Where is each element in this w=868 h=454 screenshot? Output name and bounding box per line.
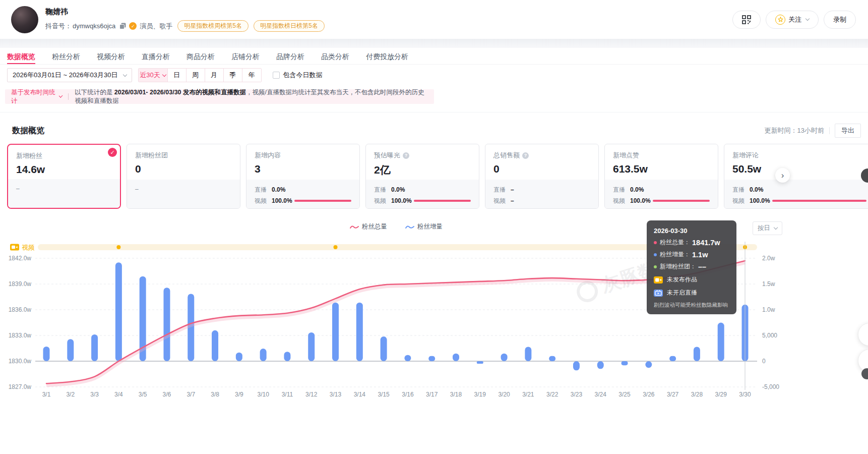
follow-label: 关注 (788, 15, 801, 24)
card-selected-check-icon: ✓ (108, 148, 117, 157)
bar-3/28 (694, 347, 700, 361)
card-value: 2亿 (374, 163, 471, 177)
qr-code-button[interactable] (732, 11, 761, 29)
include-today-checkbox[interactable] (273, 72, 280, 79)
no-live-label: 未开启直播 (667, 289, 697, 297)
period-日[interactable]: 日 (168, 69, 187, 82)
fans-total-line (46, 261, 745, 383)
card-value: 50.5w (732, 163, 866, 175)
tab-品牌分析[interactable]: 品牌分析 (276, 52, 304, 64)
quick-range-button[interactable]: 近30天 (139, 69, 168, 82)
cards-next-button[interactable]: › (775, 168, 790, 183)
tab-粉丝分析[interactable]: 粉丝分析 (52, 52, 80, 64)
stat-card-新增点赞[interactable]: 新增点赞613.5w直播0.0%视频100.0% (604, 144, 718, 209)
left-axis-tick: 1842.0w (9, 255, 32, 262)
divider (829, 127, 830, 134)
card-breakdown: 直播–视频– (485, 180, 598, 208)
avatar[interactable] (11, 6, 38, 33)
period-季[interactable]: 季 (224, 69, 242, 82)
card-label: 预估曝光? (374, 151, 471, 160)
card-label: 新增点赞 (613, 151, 710, 160)
tab-直播分析[interactable]: 直播分析 (142, 52, 170, 64)
tab-商品分析[interactable]: 商品分析 (187, 52, 215, 64)
bar-3/4 (115, 262, 122, 361)
period-年[interactable]: 年 (242, 69, 261, 82)
video-strip-label (10, 244, 19, 251)
card-dash: – (135, 184, 232, 193)
x-axis-tick: 3/2 (66, 391, 75, 398)
date-range-value: 2026年03月01日 ~ 2026年03月30日 (13, 71, 118, 80)
chart-tooltip: 2026-03-30 粉丝总量：1841.7w粉丝增量：1.1w新增粉丝团：––… (647, 220, 736, 314)
help-icon[interactable]: ? (403, 152, 409, 159)
tooltip-metric-row: 粉丝增量：1.1w (654, 250, 729, 259)
card-breakdown: – (127, 180, 240, 208)
copy-icon[interactable] (119, 23, 126, 29)
tab-数据概览[interactable]: 数据概览 (7, 52, 35, 64)
period-周[interactable]: 周 (187, 69, 205, 82)
chevron-down-icon (59, 94, 63, 98)
legend-item-粉丝增量[interactable]: 粉丝增量 (405, 222, 443, 231)
rank-badge-day: 明星指数榜日榜第5名 (254, 20, 325, 32)
x-axis-tick: 3/7 (187, 391, 195, 398)
bar-3/16 (404, 355, 411, 361)
card-breakdown-row: 视频100.0% (374, 196, 471, 206)
bar-3/3 (91, 334, 98, 361)
help-icon[interactable]: ? (522, 152, 529, 159)
export-button[interactable]: 导出 (835, 124, 861, 138)
x-axis-tick: 3/23 (571, 391, 583, 398)
x-axis-tick: 3/20 (498, 391, 510, 398)
douyin-id-label: 抖音号： (45, 22, 72, 31)
x-axis-tick: 3/9 (235, 391, 243, 398)
card-breakdown-row: 直播0.0% (255, 185, 351, 195)
card-dash: – (16, 183, 112, 192)
card-breakdown-row: 视频– (493, 196, 590, 206)
bar-3/20 (501, 354, 508, 361)
rank-badge-week: 明星指数榜周榜第5名 (177, 20, 249, 32)
stat-card-总销售额[interactable]: 总销售额?0直播–视频– (485, 144, 599, 209)
x-axis-tick: 3/29 (715, 391, 727, 398)
card-progress-bar (772, 200, 866, 202)
stat-card-新增内容[interactable]: 新增内容3直播0.0%视频100.0% (246, 144, 360, 209)
card-breakdown: 直播0.0%视频100.0% (246, 180, 359, 208)
x-axis-tick: 3/11 (282, 391, 293, 398)
stat-card-新增粉丝团[interactable]: 新增粉丝团0– (127, 144, 240, 209)
stat-card-新增评论[interactable]: 新增评论50.5w直播0.0%视频100.0% (724, 144, 868, 209)
left-axis-tick: 1836.0w (9, 306, 32, 313)
stat-card-新增粉丝[interactable]: 新增粉丝14.6w✓– (7, 144, 121, 209)
tab-付费投放分析[interactable]: 付费投放分析 (366, 52, 408, 64)
x-axis-tick: 3/21 (522, 391, 534, 398)
x-axis-tick: 3/1 (42, 391, 51, 398)
x-axis-tick: 3/24 (595, 391, 607, 398)
stat-card-预估曝光[interactable]: 预估曝光?2亿直播0.0%视频100.0% (365, 144, 479, 209)
bar-3/19 (477, 361, 483, 364)
period-月[interactable]: 月 (205, 69, 224, 82)
period-segmented-control: 近30天 日周月季年 (138, 68, 262, 82)
follow-button[interactable]: 关注 (766, 11, 819, 29)
x-axis-tick: 3/18 (450, 391, 462, 398)
bar-3/1 (43, 347, 50, 361)
tab-视频分析[interactable]: 视频分析 (97, 52, 125, 64)
tab-店铺分析[interactable]: 店铺分析 (231, 52, 260, 64)
record-button[interactable]: 录制 (824, 11, 856, 29)
tooltip-value: –– (698, 263, 706, 271)
profile-name: 鞠婧祎 (45, 7, 732, 17)
granularity-select[interactable]: 按日 (753, 221, 782, 235)
verified-icon: ✓ (129, 22, 137, 30)
chart-canvas[interactable]: 1842.0w2.0w1839.0w1.5w1836.0w1.0w1833.0w… (0, 220, 868, 412)
tab-品类分析[interactable]: 品类分析 (321, 52, 349, 64)
bar-3/26 (645, 361, 652, 368)
card-progress-bar (653, 200, 710, 202)
date-range-picker[interactable]: 2026年03月01日 ~ 2026年03月30日 (7, 68, 132, 82)
bar-3/6 (163, 288, 170, 361)
card-top: 新增粉丝14.6w (8, 145, 120, 176)
card-progress-bar (294, 200, 351, 202)
include-today-row: 包含今日数据 (273, 71, 323, 80)
card-top: 新增内容3 (246, 144, 359, 175)
chevron-down-icon (774, 225, 778, 230)
legend-item-粉丝总量[interactable]: 粉丝总量 (350, 222, 387, 231)
x-axis-tick: 3/15 (378, 391, 390, 398)
stat-basis-dropdown[interactable]: 基于发布时间统计 (11, 88, 62, 105)
douyin-id: dymwqks6ojca (73, 22, 115, 30)
card-label: 新增评论 (732, 151, 866, 160)
x-axis-tick: 3/17 (426, 391, 438, 398)
